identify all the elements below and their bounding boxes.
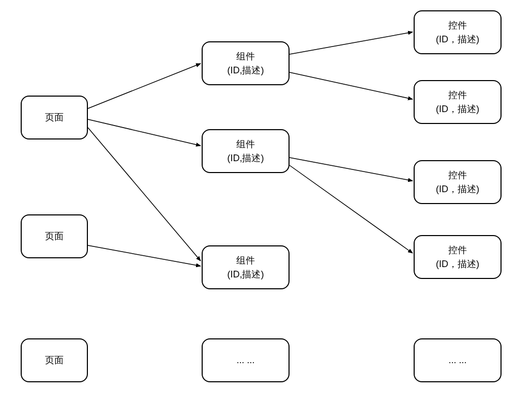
arrow bbox=[290, 72, 413, 99]
node-line2: (ID，描述) bbox=[436, 257, 479, 271]
node-line1: 控件 bbox=[448, 19, 467, 33]
arrow bbox=[290, 165, 413, 253]
arrow bbox=[290, 158, 413, 181]
node-line1: 组件 bbox=[236, 254, 255, 268]
node-control-1: 控件 (ID，描述) bbox=[414, 10, 502, 54]
node-line2: (ID,描述) bbox=[227, 64, 264, 77]
node-control-4: 控件 (ID，描述) bbox=[414, 235, 502, 279]
node-component-1: 组件 (ID,描述) bbox=[202, 41, 290, 85]
node-component-ellipsis: ... ... bbox=[202, 338, 290, 382]
arrow bbox=[88, 64, 201, 108]
arrow bbox=[88, 128, 201, 261]
node-line2: (ID,描述) bbox=[227, 268, 264, 282]
node-line2: (ID，描述) bbox=[436, 182, 479, 196]
node-line1: 控件 bbox=[448, 168, 467, 182]
arrow bbox=[290, 32, 413, 54]
arrow bbox=[88, 245, 201, 266]
arrow bbox=[88, 119, 201, 146]
node-control-3: 控件 (ID，描述) bbox=[414, 160, 502, 204]
node-label: ... ... bbox=[448, 353, 466, 367]
node-line1: 组件 bbox=[236, 137, 255, 151]
node-control-2: 控件 (ID，描述) bbox=[414, 80, 502, 124]
node-component-3: 组件 (ID,描述) bbox=[202, 245, 290, 289]
node-control-ellipsis: ... ... bbox=[414, 338, 502, 382]
node-page-1: 页面 bbox=[21, 96, 88, 139]
node-line2: (ID，描述) bbox=[436, 33, 479, 46]
node-label: 页面 bbox=[45, 353, 64, 367]
node-line1: 组件 bbox=[236, 50, 255, 64]
node-line2: (ID,描述) bbox=[227, 151, 264, 165]
node-label: ... ... bbox=[236, 353, 254, 367]
node-page-3: 页面 bbox=[21, 338, 88, 382]
node-line2: (ID，描述) bbox=[436, 102, 479, 116]
node-component-2: 组件 (ID,描述) bbox=[202, 129, 290, 173]
node-page-2: 页面 bbox=[21, 214, 88, 258]
node-label: 页面 bbox=[45, 111, 64, 125]
node-label: 页面 bbox=[45, 229, 64, 243]
node-line1: 控件 bbox=[448, 88, 467, 102]
node-line1: 控件 bbox=[448, 243, 467, 257]
